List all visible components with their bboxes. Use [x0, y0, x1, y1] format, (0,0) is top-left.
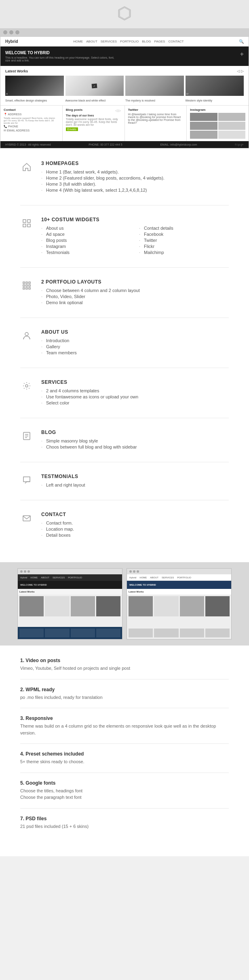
services-content: SERVICES 2 and 4 columns templates Use f…: [41, 379, 229, 406]
latest-works-header: Latest Works ◁ ▷: [5, 69, 244, 73]
preview-work-5: [129, 596, 153, 616]
homepage-item-4: Home 4 (With big latest work, select 1,2…: [41, 188, 229, 193]
portfolio-item-3: Demo link optional: [41, 300, 229, 305]
testimonials-title: TESTMONIALS: [41, 474, 229, 479]
blog-title: Blog posts: [66, 108, 82, 112]
preview-dot-3: [27, 570, 30, 573]
contact-item-2: Location map.: [41, 527, 229, 531]
widget-item-2: Ad space: [41, 232, 131, 237]
extra-feature-title-2: 2. WPML ready: [20, 687, 229, 692]
latest-works-title: Latest Works: [5, 69, 28, 73]
preview-chrome-light: [127, 569, 231, 574]
blog-post-text: Totally awesome support! Best fonts, onl…: [66, 118, 121, 126]
testimonials-item-1: Left and right layout: [41, 483, 229, 487]
feature-portfolio: 2 PORTFOLIO LAYOUTS Choose between 4 col…: [20, 279, 229, 306]
extra-feature-title-5: 5. Google fonts: [20, 780, 229, 786]
blog-feature-title: BLOG: [41, 430, 229, 435]
nav-pages[interactable]: PAGES: [154, 40, 165, 43]
preview-browser-light: Hybrid HOME ABOUT SERVICES PORTFOLIO WEL…: [127, 568, 232, 639]
works-nav-icons[interactable]: ◁ ▷: [237, 69, 244, 73]
preview-bottom-item-1: [19, 629, 44, 637]
search-icon[interactable]: 🔍: [239, 39, 244, 44]
blog-nav-icons[interactable]: ◁ ▷: [115, 109, 121, 112]
work-item-1[interactable]: A: [5, 76, 64, 96]
latest-works-section: Latest Works ◁ ▷ A ✓ W: [0, 66, 249, 105]
preview-chrome-dark: [18, 569, 122, 574]
homepages-title: 3 HOMEPAGES: [41, 161, 229, 166]
homepages-list: Home 1 (Bar, latest work, 4 widgets). Ho…: [41, 169, 229, 193]
svg-rect-5: [27, 224, 30, 227]
feature-contact: CONTACT Contact form. Location map. Deta…: [20, 512, 229, 539]
extra-feature-text-3: Theme was build on a 4 column grid so th…: [20, 723, 229, 736]
svg-rect-21: [23, 516, 30, 521]
work-item-3[interactable]: [125, 76, 184, 96]
extra-feature-3: 3. Responsive Theme was build on a 4 col…: [20, 715, 229, 744]
work-caption-3: The mystery is resolved: [125, 99, 184, 102]
preview-bottom-light: [127, 627, 231, 639]
person-icon: [20, 329, 33, 342]
extra-feature-text-2: po .mo files included, ready for transla…: [20, 694, 229, 701]
services-list: 2 and 4 columns templates Use fontawesom…: [41, 388, 229, 405]
portfolio-content: 2 PORTFOLIO LAYOUTS Choose between 4 col…: [41, 279, 229, 306]
blog-item-2: Choos between full blog and blog with si…: [41, 444, 229, 449]
svg-rect-7: [26, 282, 27, 284]
preview-dot-4: [129, 570, 132, 573]
contact-address: 📍 ADDRESS: [4, 113, 59, 116]
nav-blog[interactable]: BLOG: [142, 40, 151, 43]
contact-email: ✉ EMAIL ADDRESS: [4, 129, 59, 132]
nav-portfolio[interactable]: PORTFOLIO: [120, 40, 139, 43]
divider-2: [20, 267, 229, 268]
site-logo: Hybrid: [5, 39, 18, 44]
extra-feature-5: 5. Google fonts Choose the titles, headi…: [20, 780, 229, 809]
hero-plus-icon[interactable]: +: [240, 51, 244, 58]
preview-work-4: [96, 596, 120, 616]
widget-item-8: Twitter: [139, 238, 229, 243]
nav-about[interactable]: ABOUT: [86, 40, 97, 43]
services-title: SERVICES: [41, 379, 229, 385]
svg-rect-8: [29, 282, 30, 284]
preview-content-light: [127, 595, 231, 627]
divider-4: [20, 368, 229, 368]
contact-title: Contact: [4, 108, 59, 112]
widget-item-9: Flickr: [139, 244, 229, 249]
about-title: ABOUT US: [41, 329, 229, 335]
extra-feature-title-3: 3. Responsive: [20, 715, 229, 721]
svg-rect-11: [29, 285, 30, 286]
contact-item-1: Contact form.: [41, 521, 229, 525]
work-item-4[interactable]: W: [186, 76, 244, 96]
insta-img-4: [218, 122, 245, 130]
portfolio-item-2: Photo, Video, Slider: [41, 294, 229, 299]
portfolio-list: Choose between 4 column and 2 column lay…: [41, 288, 229, 305]
preview-hero-dark: WELCOME TO HYBRID: [18, 581, 122, 589]
insta-img-5: [190, 131, 217, 139]
widgets-title: 10+ COSTUM WIDGETS: [41, 217, 229, 222]
speech-icon: [20, 474, 33, 487]
home-icon: [20, 161, 33, 174]
preview-works-dark: Latest Works: [18, 589, 122, 595]
hero-section: WELCOME TO HYBRID This is a headline. Yo…: [0, 47, 249, 66]
feature-about: ABOUT US Introduction Gallery Team membe…: [20, 329, 229, 356]
browser-chrome-1: [0, 28, 249, 36]
svg-rect-12: [23, 288, 25, 289]
envato-badge[interactable]: Envato: [66, 127, 78, 131]
feature-testimonials: TESTMONIALS Left and right layout: [20, 474, 229, 489]
svg-point-16: [25, 385, 28, 387]
widget-item-7: Facebook: [139, 232, 229, 237]
contact-feature-content: CONTACT Contact form. Location map. Deta…: [41, 512, 229, 539]
work-caption-1: Smart, effective design strategies: [5, 99, 64, 102]
insta-img-2: [218, 113, 245, 121]
about-list: Introduction Gallery Team members: [41, 338, 229, 355]
gear-icon: [20, 379, 33, 392]
work-item-2[interactable]: ✓: [65, 76, 124, 96]
footer-phone: PHONE: 00 377 222 444 5: [89, 143, 122, 146]
insta-img-1: [190, 113, 217, 121]
contact-list: Contact form. Location map. Detail boxes: [41, 521, 229, 538]
widget-item-4: Instagram: [41, 244, 131, 249]
preview-work-8: [205, 596, 230, 616]
nav-home[interactable]: HOME: [73, 40, 83, 43]
nav-services[interactable]: SERVICES: [101, 40, 117, 43]
preview-work-3: [71, 596, 95, 616]
svg-rect-10: [26, 285, 27, 286]
portfolio-title: 2 PORTFOLIO LAYOUTS: [41, 279, 229, 285]
nav-contact[interactable]: CONTACT: [168, 40, 184, 43]
